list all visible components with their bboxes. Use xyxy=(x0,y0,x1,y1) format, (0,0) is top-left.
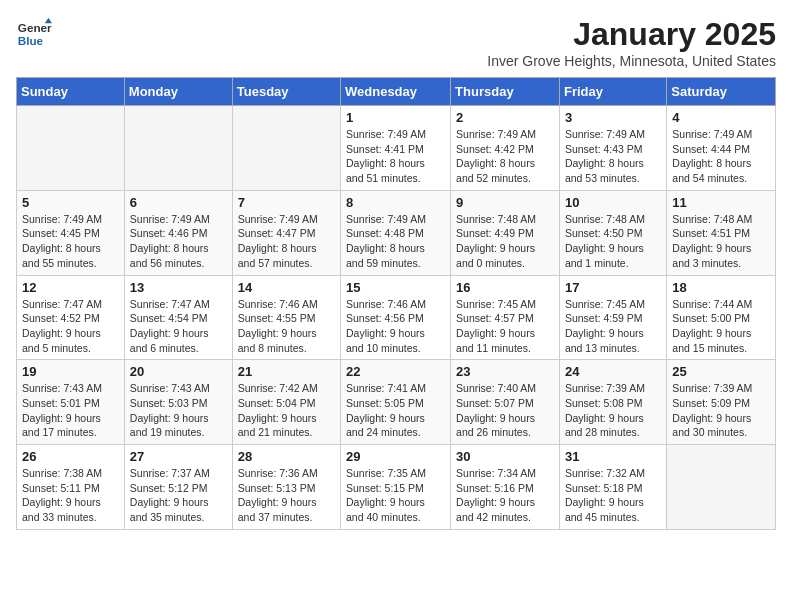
day-number: 25 xyxy=(672,364,770,379)
weekday-header-sunday: Sunday xyxy=(17,78,125,106)
day-info: Sunrise: 7:48 AM Sunset: 4:49 PM Dayligh… xyxy=(456,212,554,271)
calendar-cell: 6Sunrise: 7:49 AM Sunset: 4:46 PM Daylig… xyxy=(124,190,232,275)
calendar-cell: 18Sunrise: 7:44 AM Sunset: 5:00 PM Dayli… xyxy=(667,275,776,360)
day-number: 30 xyxy=(456,449,554,464)
calendar-cell: 2Sunrise: 7:49 AM Sunset: 4:42 PM Daylig… xyxy=(451,106,560,191)
day-number: 18 xyxy=(672,280,770,295)
day-info: Sunrise: 7:49 AM Sunset: 4:46 PM Dayligh… xyxy=(130,212,227,271)
calendar-cell: 7Sunrise: 7:49 AM Sunset: 4:47 PM Daylig… xyxy=(232,190,340,275)
page-header: General Blue January 2025 Inver Grove He… xyxy=(16,16,776,69)
week-row-4: 19Sunrise: 7:43 AM Sunset: 5:01 PM Dayli… xyxy=(17,360,776,445)
calendar-cell: 30Sunrise: 7:34 AM Sunset: 5:16 PM Dayli… xyxy=(451,445,560,530)
calendar-cell: 20Sunrise: 7:43 AM Sunset: 5:03 PM Dayli… xyxy=(124,360,232,445)
weekday-header-tuesday: Tuesday xyxy=(232,78,340,106)
day-number: 23 xyxy=(456,364,554,379)
svg-text:Blue: Blue xyxy=(18,34,44,47)
day-info: Sunrise: 7:42 AM Sunset: 5:04 PM Dayligh… xyxy=(238,381,335,440)
day-number: 3 xyxy=(565,110,661,125)
day-info: Sunrise: 7:49 AM Sunset: 4:43 PM Dayligh… xyxy=(565,127,661,186)
calendar-cell: 31Sunrise: 7:32 AM Sunset: 5:18 PM Dayli… xyxy=(559,445,666,530)
day-info: Sunrise: 7:41 AM Sunset: 5:05 PM Dayligh… xyxy=(346,381,445,440)
calendar-cell: 15Sunrise: 7:46 AM Sunset: 4:56 PM Dayli… xyxy=(341,275,451,360)
day-info: Sunrise: 7:34 AM Sunset: 5:16 PM Dayligh… xyxy=(456,466,554,525)
day-info: Sunrise: 7:45 AM Sunset: 4:59 PM Dayligh… xyxy=(565,297,661,356)
calendar-cell: 28Sunrise: 7:36 AM Sunset: 5:13 PM Dayli… xyxy=(232,445,340,530)
day-number: 4 xyxy=(672,110,770,125)
day-info: Sunrise: 7:39 AM Sunset: 5:08 PM Dayligh… xyxy=(565,381,661,440)
day-number: 1 xyxy=(346,110,445,125)
weekday-header-row: SundayMondayTuesdayWednesdayThursdayFrid… xyxy=(17,78,776,106)
location-title: Inver Grove Heights, Minnesota, United S… xyxy=(487,53,776,69)
day-number: 27 xyxy=(130,449,227,464)
calendar-cell: 1Sunrise: 7:49 AM Sunset: 4:41 PM Daylig… xyxy=(341,106,451,191)
day-info: Sunrise: 7:36 AM Sunset: 5:13 PM Dayligh… xyxy=(238,466,335,525)
day-info: Sunrise: 7:48 AM Sunset: 4:51 PM Dayligh… xyxy=(672,212,770,271)
day-number: 6 xyxy=(130,195,227,210)
calendar-cell: 8Sunrise: 7:49 AM Sunset: 4:48 PM Daylig… xyxy=(341,190,451,275)
day-number: 14 xyxy=(238,280,335,295)
day-number: 17 xyxy=(565,280,661,295)
day-info: Sunrise: 7:45 AM Sunset: 4:57 PM Dayligh… xyxy=(456,297,554,356)
day-number: 16 xyxy=(456,280,554,295)
day-info: Sunrise: 7:46 AM Sunset: 4:55 PM Dayligh… xyxy=(238,297,335,356)
weekday-header-saturday: Saturday xyxy=(667,78,776,106)
week-row-2: 5Sunrise: 7:49 AM Sunset: 4:45 PM Daylig… xyxy=(17,190,776,275)
day-info: Sunrise: 7:48 AM Sunset: 4:50 PM Dayligh… xyxy=(565,212,661,271)
calendar-cell: 14Sunrise: 7:46 AM Sunset: 4:55 PM Dayli… xyxy=(232,275,340,360)
day-number: 21 xyxy=(238,364,335,379)
calendar-cell xyxy=(667,445,776,530)
day-info: Sunrise: 7:44 AM Sunset: 5:00 PM Dayligh… xyxy=(672,297,770,356)
calendar-cell: 4Sunrise: 7:49 AM Sunset: 4:44 PM Daylig… xyxy=(667,106,776,191)
calendar-cell: 11Sunrise: 7:48 AM Sunset: 4:51 PM Dayli… xyxy=(667,190,776,275)
calendar-cell: 16Sunrise: 7:45 AM Sunset: 4:57 PM Dayli… xyxy=(451,275,560,360)
day-number: 19 xyxy=(22,364,119,379)
day-info: Sunrise: 7:49 AM Sunset: 4:44 PM Dayligh… xyxy=(672,127,770,186)
day-info: Sunrise: 7:47 AM Sunset: 4:52 PM Dayligh… xyxy=(22,297,119,356)
day-info: Sunrise: 7:49 AM Sunset: 4:41 PM Dayligh… xyxy=(346,127,445,186)
calendar-cell: 27Sunrise: 7:37 AM Sunset: 5:12 PM Dayli… xyxy=(124,445,232,530)
week-row-1: 1Sunrise: 7:49 AM Sunset: 4:41 PM Daylig… xyxy=(17,106,776,191)
calendar-table: SundayMondayTuesdayWednesdayThursdayFrid… xyxy=(16,77,776,530)
day-number: 22 xyxy=(346,364,445,379)
day-number: 28 xyxy=(238,449,335,464)
calendar-cell: 3Sunrise: 7:49 AM Sunset: 4:43 PM Daylig… xyxy=(559,106,666,191)
day-info: Sunrise: 7:49 AM Sunset: 4:42 PM Dayligh… xyxy=(456,127,554,186)
calendar-cell: 10Sunrise: 7:48 AM Sunset: 4:50 PM Dayli… xyxy=(559,190,666,275)
day-number: 7 xyxy=(238,195,335,210)
day-number: 15 xyxy=(346,280,445,295)
calendar-cell: 26Sunrise: 7:38 AM Sunset: 5:11 PM Dayli… xyxy=(17,445,125,530)
month-title: January 2025 xyxy=(487,16,776,53)
day-number: 12 xyxy=(22,280,119,295)
weekday-header-monday: Monday xyxy=(124,78,232,106)
weekday-header-wednesday: Wednesday xyxy=(341,78,451,106)
day-number: 31 xyxy=(565,449,661,464)
calendar-cell: 22Sunrise: 7:41 AM Sunset: 5:05 PM Dayli… xyxy=(341,360,451,445)
calendar-cell: 24Sunrise: 7:39 AM Sunset: 5:08 PM Dayli… xyxy=(559,360,666,445)
logo-icon: General Blue xyxy=(16,16,52,52)
calendar-cell: 19Sunrise: 7:43 AM Sunset: 5:01 PM Dayli… xyxy=(17,360,125,445)
day-info: Sunrise: 7:37 AM Sunset: 5:12 PM Dayligh… xyxy=(130,466,227,525)
day-info: Sunrise: 7:49 AM Sunset: 4:47 PM Dayligh… xyxy=(238,212,335,271)
week-row-5: 26Sunrise: 7:38 AM Sunset: 5:11 PM Dayli… xyxy=(17,445,776,530)
week-row-3: 12Sunrise: 7:47 AM Sunset: 4:52 PM Dayli… xyxy=(17,275,776,360)
day-number: 10 xyxy=(565,195,661,210)
day-number: 13 xyxy=(130,280,227,295)
day-info: Sunrise: 7:47 AM Sunset: 4:54 PM Dayligh… xyxy=(130,297,227,356)
day-info: Sunrise: 7:32 AM Sunset: 5:18 PM Dayligh… xyxy=(565,466,661,525)
logo: General Blue xyxy=(16,16,52,52)
day-number: 2 xyxy=(456,110,554,125)
calendar-cell: 12Sunrise: 7:47 AM Sunset: 4:52 PM Dayli… xyxy=(17,275,125,360)
day-number: 24 xyxy=(565,364,661,379)
calendar-cell: 29Sunrise: 7:35 AM Sunset: 5:15 PM Dayli… xyxy=(341,445,451,530)
day-info: Sunrise: 7:46 AM Sunset: 4:56 PM Dayligh… xyxy=(346,297,445,356)
day-info: Sunrise: 7:40 AM Sunset: 5:07 PM Dayligh… xyxy=(456,381,554,440)
day-number: 8 xyxy=(346,195,445,210)
weekday-header-thursday: Thursday xyxy=(451,78,560,106)
calendar-cell xyxy=(124,106,232,191)
day-info: Sunrise: 7:35 AM Sunset: 5:15 PM Dayligh… xyxy=(346,466,445,525)
day-info: Sunrise: 7:43 AM Sunset: 5:01 PM Dayligh… xyxy=(22,381,119,440)
day-number: 29 xyxy=(346,449,445,464)
day-info: Sunrise: 7:38 AM Sunset: 5:11 PM Dayligh… xyxy=(22,466,119,525)
day-info: Sunrise: 7:49 AM Sunset: 4:48 PM Dayligh… xyxy=(346,212,445,271)
weekday-header-friday: Friday xyxy=(559,78,666,106)
